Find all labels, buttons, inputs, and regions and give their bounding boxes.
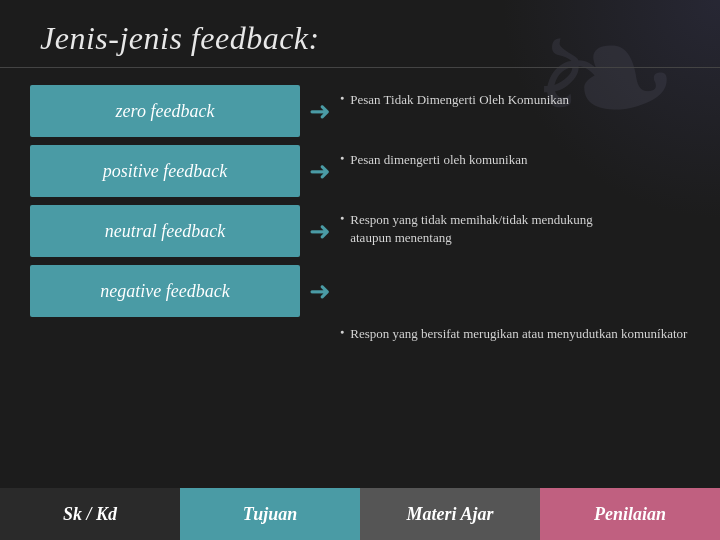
zero-desc-area: ● Pesan Tidak Dimengerti Oleh Komunikan: [340, 85, 690, 137]
nav-tujuan[interactable]: Tujuan: [180, 488, 360, 540]
main-content: zero feedback ➜ ● Pesan Tidak Dimengerti…: [0, 73, 720, 343]
neutral-negative-arrows: ➜ ➜: [300, 205, 340, 343]
page-title: Jenis-jenis feedback:: [40, 20, 680, 57]
neutral-desc: Respon yang tidak memihak/tidak mendukun…: [350, 211, 593, 247]
positive-feedback-box: positive feedback: [30, 145, 300, 197]
positive-desc: Pesan dimengerti oleh komunikan: [350, 151, 527, 169]
positive-desc-area: ● Pesan dimengerti oleh komunikan: [340, 145, 690, 197]
negative-desc-area: ● Respon yang bersifat merugikan atau me…: [340, 325, 690, 343]
row-zero: zero feedback ➜ ● Pesan Tidak Dimengerti…: [30, 85, 690, 137]
neutral-arrow: ➜: [300, 205, 340, 257]
footer-nav: Sk / Kd Tujuan Materi Ajar Penilaian: [0, 488, 720, 540]
positive-label: positive feedback: [30, 145, 300, 197]
negative-arrow: ➜: [300, 265, 340, 317]
neutral-negative-descs: ● Respon yang tidak memihak/tidak menduk…: [340, 205, 690, 343]
nav-sk-kd[interactable]: Sk / Kd: [0, 488, 180, 540]
positive-bullet: ●: [340, 151, 344, 162]
neutral-negative-boxes: neutral feedback negative feedback: [30, 205, 300, 343]
header: Jenis-jenis feedback:: [0, 0, 720, 68]
neutral-bullet: ●: [340, 211, 344, 222]
negative-label: negative feedback: [30, 265, 300, 317]
neutral-desc-area: ● Respon yang tidak memihak/tidak menduk…: [340, 205, 690, 317]
zero-label: zero feedback: [30, 85, 300, 137]
zero-bullet: ●: [340, 91, 344, 102]
zero-arrow: ➜: [300, 85, 340, 137]
zero-feedback-box: zero feedback: [30, 85, 300, 137]
nav-materi-ajar[interactable]: Materi Ajar: [360, 488, 540, 540]
row-neutral-negative: neutral feedback negative feedback ➜ ➜ ●…: [30, 205, 690, 343]
positive-arrow: ➜: [300, 145, 340, 197]
neutral-label: neutral feedback: [30, 205, 300, 257]
zero-desc: Pesan Tidak Dimengerti Oleh Komunikan: [350, 91, 569, 109]
negative-desc: Respon yang bersifat merugikan atau meny…: [350, 325, 687, 343]
nav-penilaian[interactable]: Penilaian: [540, 488, 720, 540]
row-positive: positive feedback ➜ ● Pesan dimengerti o…: [30, 145, 690, 197]
negative-bullet: ●: [340, 325, 344, 336]
